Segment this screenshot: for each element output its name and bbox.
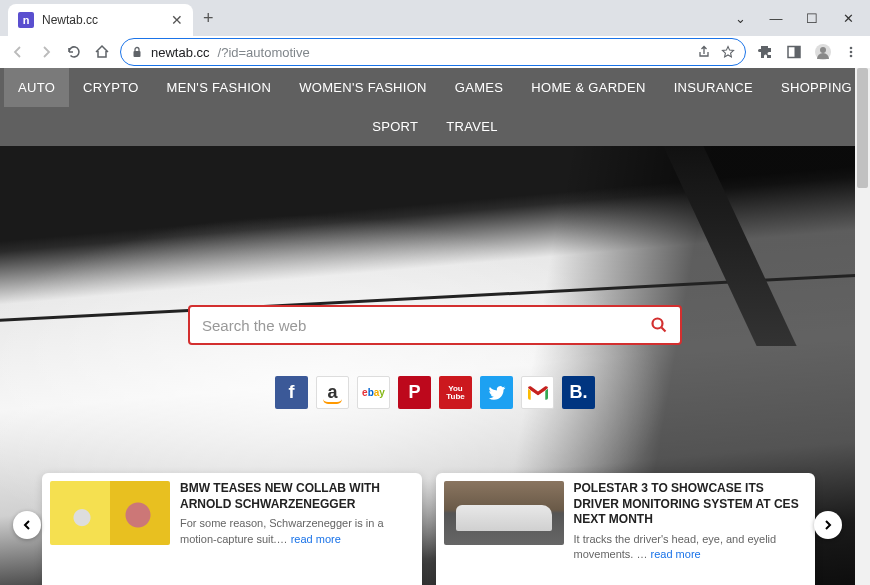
nav-item-travel[interactable]: TRAVEL [432, 107, 511, 146]
close-icon[interactable]: ✕ [171, 12, 183, 28]
hero-section: faebayPYou TubeB. BMW TEASES NEW COLLAB … [0, 146, 870, 585]
card-body: POLESTAR 3 TO SHOWCASE ITS DRIVER MONITO… [574, 481, 808, 583]
quicklink-ebay[interactable]: ebay [357, 376, 390, 409]
browser-toolbar: newtab.cc/?id=automotive [0, 36, 870, 68]
nav-item-auto[interactable]: AUTO [4, 68, 69, 107]
menu-icon[interactable] [844, 45, 858, 59]
svg-point-8 [653, 319, 663, 329]
card-thumbnail [50, 481, 170, 545]
favicon: n [18, 12, 34, 28]
card-description: For some reason, Schwarzenegger is in a … [180, 516, 414, 547]
chevron-down-icon[interactable]: ⌄ [730, 11, 750, 26]
svg-point-6 [850, 51, 853, 54]
card-description: It tracks the driver's head, eye, and ey… [574, 532, 808, 563]
share-icon[interactable] [697, 45, 711, 59]
category-nav: AUTOCRYPTOMEN'S FASHIONWOMEN'S FASHIONGA… [0, 68, 870, 146]
minimize-icon[interactable]: — [766, 11, 786, 26]
svg-point-4 [820, 47, 826, 53]
extensions-icon[interactable] [758, 44, 774, 60]
search-box [188, 305, 682, 345]
article-card[interactable]: BMW TEASES NEW COLLAB WITH ARNOLD SCHWAR… [42, 473, 422, 585]
prev-arrow-button[interactable] [13, 511, 41, 539]
nav-item-insurance[interactable]: INSURANCE [660, 68, 767, 107]
new-tab-button[interactable]: + [197, 8, 220, 29]
quicklink-gmail[interactable] [521, 376, 554, 409]
forward-button[interactable] [36, 44, 56, 60]
window-controls: ⌄ — ☐ ✕ [730, 11, 862, 26]
address-bar[interactable]: newtab.cc/?id=automotive [120, 38, 746, 66]
browser-chrome: n Newtab.cc ✕ + ⌄ — ☐ ✕ newtab.cc/?id [0, 0, 870, 68]
back-button[interactable] [8, 44, 28, 60]
search-icon[interactable] [650, 316, 668, 334]
tab-title: Newtab.cc [42, 13, 163, 27]
url-path: /?id=automotive [218, 45, 310, 60]
url-host: newtab.cc [151, 45, 210, 60]
quicklink-twitter[interactable] [480, 376, 513, 409]
svg-rect-0 [134, 51, 141, 57]
next-arrow-button[interactable] [814, 511, 842, 539]
article-cards: BMW TEASES NEW COLLAB WITH ARNOLD SCHWAR… [42, 473, 815, 585]
svg-rect-2 [795, 47, 801, 58]
scrollbar-thumb[interactable] [857, 68, 868, 188]
search-input[interactable] [202, 317, 650, 334]
article-card[interactable]: POLESTAR 3 TO SHOWCASE ITS DRIVER MONITO… [436, 473, 816, 585]
search-container [188, 305, 682, 345]
card-thumbnail [444, 481, 564, 545]
quick-links: faebayPYou TubeB. [275, 376, 595, 409]
panel-icon[interactable] [786, 44, 802, 60]
star-icon[interactable] [721, 45, 735, 59]
lock-icon [131, 46, 143, 58]
home-button[interactable] [92, 44, 112, 60]
quicklink-youtube[interactable]: You Tube [439, 376, 472, 409]
nav-item-games[interactable]: GAMES [441, 68, 517, 107]
tab-strip: n Newtab.cc ✕ + ⌄ — ☐ ✕ [0, 0, 870, 36]
svg-point-5 [850, 47, 853, 50]
nav-item-sport[interactable]: SPORT [358, 107, 432, 146]
nav-item-men-s-fashion[interactable]: MEN'S FASHION [153, 68, 286, 107]
close-window-icon[interactable]: ✕ [838, 11, 858, 26]
quicklink-booking[interactable]: B. [562, 376, 595, 409]
nav-item-women-s-fashion[interactable]: WOMEN'S FASHION [285, 68, 441, 107]
nav-item-home-garden[interactable]: HOME & GARDEN [517, 68, 659, 107]
browser-tab[interactable]: n Newtab.cc ✕ [8, 4, 193, 36]
svg-point-7 [850, 55, 853, 58]
card-title: POLESTAR 3 TO SHOWCASE ITS DRIVER MONITO… [574, 481, 808, 528]
quicklink-amazon[interactable]: a [316, 376, 349, 409]
maximize-icon[interactable]: ☐ [802, 11, 822, 26]
reload-button[interactable] [64, 44, 84, 60]
page-content: AUTOCRYPTOMEN'S FASHIONWOMEN'S FASHIONGA… [0, 68, 870, 585]
read-more-link[interactable]: read more [291, 533, 341, 545]
scrollbar[interactable] [855, 68, 870, 585]
profile-icon[interactable] [814, 43, 832, 61]
card-body: BMW TEASES NEW COLLAB WITH ARNOLD SCHWAR… [180, 481, 414, 583]
quicklink-facebook[interactable]: f [275, 376, 308, 409]
read-more-link[interactable]: read more [651, 548, 701, 560]
nav-item-shopping[interactable]: SHOPPING [767, 68, 866, 107]
nav-item-crypto[interactable]: CRYPTO [69, 68, 153, 107]
quicklink-pinterest[interactable]: P [398, 376, 431, 409]
card-title: BMW TEASES NEW COLLAB WITH ARNOLD SCHWAR… [180, 481, 414, 512]
